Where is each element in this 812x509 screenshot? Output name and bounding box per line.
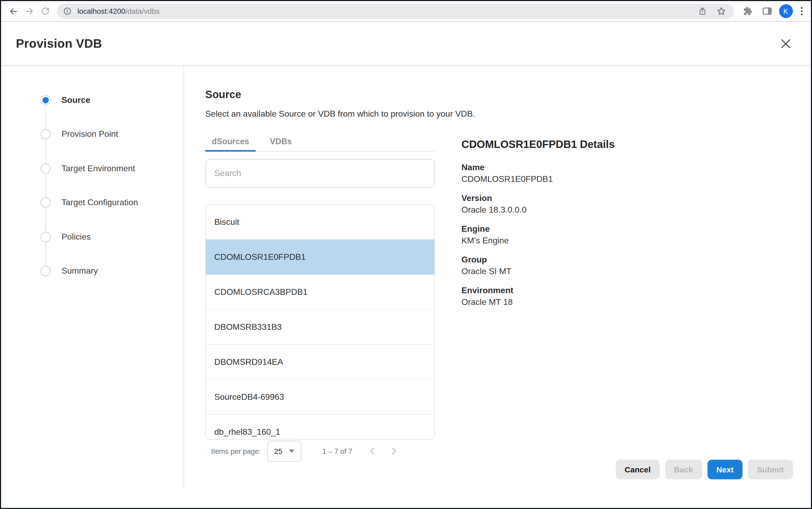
reload-icon[interactable] bbox=[37, 3, 53, 19]
share-icon[interactable] bbox=[698, 6, 707, 16]
site-info-icon[interactable] bbox=[63, 7, 72, 15]
list-item[interactable]: CDOMLOSRCA3BPDB1 bbox=[206, 275, 434, 310]
pagination-range-label: 1 – 7 of 7 bbox=[323, 447, 352, 455]
wizard-content: Source Select an available Source or VDB… bbox=[184, 66, 811, 489]
source-tabs: dSources VDBs bbox=[205, 132, 435, 151]
close-icon[interactable] bbox=[778, 36, 793, 52]
items-per-page-label: Items per page: bbox=[211, 447, 261, 455]
extensions-icon[interactable] bbox=[740, 3, 755, 19]
wizard-stepper: Source Provision Point Target Environmen… bbox=[1, 66, 184, 489]
toolbar-right-cluster: K bbox=[740, 3, 807, 19]
side-panel-icon[interactable] bbox=[759, 3, 775, 19]
browser-window: localhost:4200/data/vdbs K Provision VDB bbox=[0, 0, 812, 509]
step-circle-icon bbox=[40, 232, 51, 242]
dialog-header: Provision VDB bbox=[1, 22, 811, 66]
detail-field-name: Name CDOMLOSR1E0FPDB1 bbox=[462, 162, 615, 184]
stepper-item-source[interactable]: Source bbox=[40, 95, 91, 105]
list-pagination: Items per page: 25 1 – 7 of 7 bbox=[205, 440, 435, 463]
list-item[interactable]: Biscuit bbox=[206, 205, 434, 240]
next-button[interactable]: Next bbox=[707, 460, 743, 479]
detail-field-engine: Engine KM's Engine bbox=[462, 224, 615, 246]
step-circle-icon bbox=[40, 163, 51, 174]
selection-details-panel: CDOMLOSR1E0FPDB1 Details Name CDOMLOSR1E… bbox=[462, 138, 615, 308]
step-description: Select an available Source or VDB from w… bbox=[205, 108, 435, 120]
list-item[interactable]: DBOMSRB331B3 bbox=[206, 310, 434, 345]
dialog-body: Source Provision Point Target Environmen… bbox=[1, 66, 811, 489]
chevron-right-icon[interactable] bbox=[386, 444, 402, 459]
list-item[interactable]: db_rhel83_160_1 bbox=[206, 415, 434, 440]
dialog-title: Provision VDB bbox=[16, 36, 102, 50]
stepper-item-target-configuration[interactable]: Target Configuration bbox=[40, 197, 138, 208]
chevron-down-icon bbox=[289, 450, 294, 453]
submit-button[interactable]: Submit bbox=[748, 460, 793, 479]
url-text: localhost:4200/data/vdbs bbox=[77, 7, 698, 15]
detail-field-environment: Environment Oracle MT 18 bbox=[462, 285, 615, 308]
search-input[interactable] bbox=[205, 159, 435, 188]
items-per-page-select[interactable]: 25 bbox=[267, 441, 301, 462]
chevron-left-icon[interactable] bbox=[365, 444, 380, 459]
bookmark-star-icon[interactable] bbox=[716, 6, 726, 16]
stepper-item-target-environment[interactable]: Target Environment bbox=[40, 163, 135, 174]
detail-field-version: Version Oracle 18.3.0.0.0 bbox=[462, 193, 615, 215]
page-title: Source bbox=[205, 88, 435, 101]
back-icon[interactable] bbox=[5, 3, 21, 19]
tab-vdbs[interactable]: VDBs bbox=[256, 132, 306, 151]
list-item[interactable]: SourceDB4-69963 bbox=[206, 380, 434, 415]
source-list: Biscuit CDOMLOSR1E0FPDB1 CDOMLOSRCA3BPDB… bbox=[205, 204, 435, 440]
stepper-item-summary[interactable]: Summary bbox=[40, 266, 98, 276]
cancel-button[interactable]: Cancel bbox=[615, 460, 659, 479]
tab-dsources[interactable]: dSources bbox=[205, 132, 256, 151]
stepper-item-provision-point[interactable]: Provision Point bbox=[40, 129, 118, 139]
browser-menu-icon[interactable] bbox=[797, 4, 807, 19]
forward-icon[interactable] bbox=[21, 3, 37, 19]
detail-field-group: Group Oracle SI MT bbox=[462, 254, 615, 277]
list-item[interactable]: DBOMSRD914EA bbox=[206, 345, 434, 380]
stepper-item-policies[interactable]: Policies bbox=[40, 232, 91, 242]
details-heading: CDOMLOSR1E0FPDB1 Details bbox=[462, 138, 615, 150]
browser-toolbar: localhost:4200/data/vdbs K bbox=[1, 1, 811, 22]
source-picker: Source Select an available Source or VDB… bbox=[205, 88, 435, 463]
stepper-connector-line bbox=[45, 100, 46, 271]
back-button[interactable]: Back bbox=[665, 460, 702, 479]
step-circle-icon bbox=[40, 95, 51, 105]
profile-avatar[interactable]: K bbox=[779, 4, 792, 18]
list-item-selected[interactable]: CDOMLOSR1E0FPDB1 bbox=[206, 240, 434, 275]
step-circle-icon bbox=[40, 129, 51, 139]
url-bar[interactable]: localhost:4200/data/vdbs bbox=[57, 3, 734, 19]
step-circle-icon bbox=[40, 266, 51, 276]
items-per-page-value: 25 bbox=[274, 447, 282, 455]
wizard-footer: Cancel Back Next Submit bbox=[615, 460, 793, 479]
step-circle-icon bbox=[40, 197, 51, 208]
